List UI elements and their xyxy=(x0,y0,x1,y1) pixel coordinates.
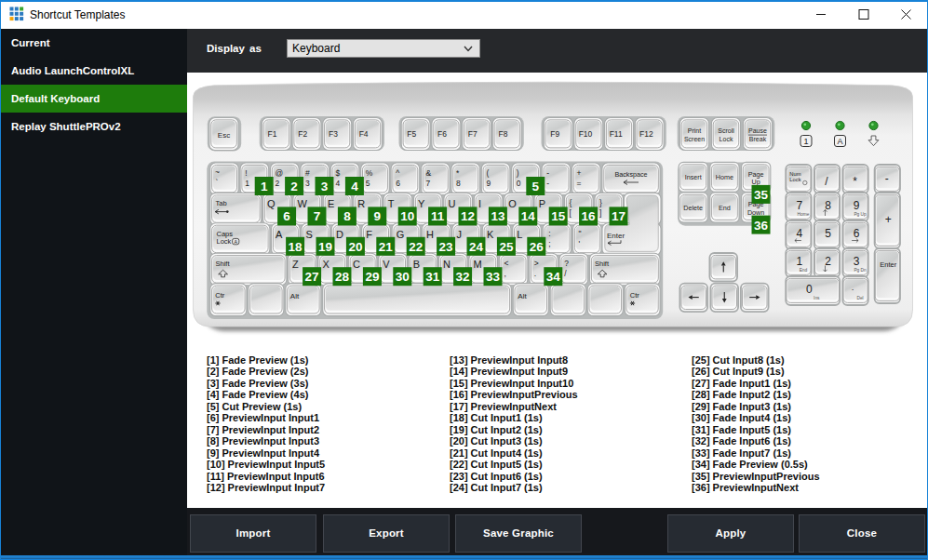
svg-text:Down: Down xyxy=(747,208,764,217)
svg-text:-: - xyxy=(546,179,549,188)
svg-text:5: 5 xyxy=(532,180,540,193)
svg-text:>: > xyxy=(534,259,539,268)
svg-text:7: 7 xyxy=(426,179,431,188)
svg-text:33: 33 xyxy=(486,270,501,284)
svg-text:Ins: Ins xyxy=(814,296,820,300)
svg-text:24: 24 xyxy=(469,240,484,254)
svg-text:A: A xyxy=(837,137,842,146)
svg-text:F1: F1 xyxy=(268,129,277,139)
svg-text:(: ( xyxy=(486,168,489,178)
svg-text:<: < xyxy=(504,259,508,268)
svg-text:3: 3 xyxy=(305,179,310,188)
svg-text:F10: F10 xyxy=(579,129,593,139)
svg-text:F8: F8 xyxy=(498,129,507,139)
svg-text:Shift: Shift xyxy=(216,260,231,268)
svg-text:A: A xyxy=(276,229,283,240)
svg-text:F6: F6 xyxy=(437,129,447,139)
svg-text:G: G xyxy=(397,229,405,240)
svg-text:Num: Num xyxy=(789,171,800,177)
svg-text:9: 9 xyxy=(854,199,860,212)
svg-text:2: 2 xyxy=(825,255,831,268)
svg-text:L: L xyxy=(517,229,522,240)
svg-text:M: M xyxy=(474,259,482,270)
svg-text:34: 34 xyxy=(546,270,561,284)
svg-text:V: V xyxy=(383,259,390,270)
svg-text:Screen: Screen xyxy=(684,136,705,142)
svg-text:Del: Del xyxy=(856,296,863,300)
svg-text:Enter: Enter xyxy=(607,232,625,240)
svg-text:9: 9 xyxy=(374,209,382,223)
svg-text:F12: F12 xyxy=(639,129,653,139)
svg-text:4: 4 xyxy=(351,180,358,193)
svg-text:^: ^ xyxy=(396,168,399,178)
svg-text:2: 2 xyxy=(276,179,280,188)
svg-text:N: N xyxy=(443,259,451,270)
svg-text:$: $ xyxy=(335,168,340,178)
svg-text:16: 16 xyxy=(582,209,597,223)
svg-text:R: R xyxy=(357,198,365,209)
svg-text:.: . xyxy=(852,282,854,292)
svg-text:K: K xyxy=(487,229,494,240)
svg-text:#: # xyxy=(305,168,310,178)
svg-text:14: 14 xyxy=(521,209,536,223)
svg-text:28: 28 xyxy=(335,270,350,284)
svg-text:O: O xyxy=(508,198,517,209)
svg-text:8: 8 xyxy=(825,199,831,212)
svg-text:4: 4 xyxy=(797,227,803,240)
svg-text:P: P xyxy=(539,198,545,209)
svg-text:29: 29 xyxy=(365,270,379,284)
svg-text:Scroll: Scroll xyxy=(718,127,734,134)
svg-text:Tab: Tab xyxy=(216,199,227,207)
svg-text:9: 9 xyxy=(486,179,491,188)
svg-text:5: 5 xyxy=(825,227,831,240)
svg-text:Alt: Alt xyxy=(290,292,300,300)
svg-text:?: ? xyxy=(564,259,569,268)
svg-text:31: 31 xyxy=(425,270,440,284)
svg-text:=: = xyxy=(577,179,582,188)
svg-text:F5: F5 xyxy=(407,129,416,139)
svg-text:5: 5 xyxy=(366,179,370,188)
svg-text:Lock: Lock xyxy=(720,136,733,142)
svg-text:`: ` xyxy=(216,178,219,187)
svg-text:15: 15 xyxy=(551,209,566,223)
svg-text:-: - xyxy=(885,172,889,185)
svg-text:1: 1 xyxy=(803,137,808,146)
svg-text:Delete: Delete xyxy=(683,204,703,212)
svg-text:1: 1 xyxy=(797,255,803,268)
svg-text:,: , xyxy=(504,269,505,278)
svg-text:End: End xyxy=(800,268,808,273)
svg-text:0: 0 xyxy=(517,179,521,188)
svg-text:Lock: Lock xyxy=(217,237,232,246)
svg-text:19: 19 xyxy=(318,240,332,254)
svg-text:F11: F11 xyxy=(610,129,623,139)
svg-text:Print: Print xyxy=(688,127,701,134)
svg-text:Insert: Insert xyxy=(685,173,702,181)
svg-text:W: W xyxy=(298,198,308,209)
svg-text:I: I xyxy=(478,198,481,209)
svg-text:12: 12 xyxy=(461,209,475,223)
svg-text:%: % xyxy=(366,168,373,178)
svg-text:6: 6 xyxy=(396,179,400,188)
svg-text:H: H xyxy=(426,229,434,240)
svg-text:U: U xyxy=(449,198,456,209)
svg-text:Home: Home xyxy=(798,212,810,217)
svg-text:+: + xyxy=(577,168,582,178)
svg-text:7: 7 xyxy=(314,209,321,223)
svg-text:30: 30 xyxy=(396,270,410,284)
svg-text:36: 36 xyxy=(754,219,769,233)
svg-text:A: A xyxy=(234,239,237,245)
svg-text:3: 3 xyxy=(854,255,860,268)
svg-text:11: 11 xyxy=(431,209,445,223)
svg-text:27: 27 xyxy=(305,270,319,284)
svg-text:Ctr: Ctr xyxy=(630,291,640,300)
svg-text:Pause: Pause xyxy=(748,127,767,134)
svg-text:13: 13 xyxy=(491,209,505,223)
svg-text:S: S xyxy=(306,229,313,240)
svg-text:8: 8 xyxy=(456,179,461,188)
svg-text:Y: Y xyxy=(418,198,425,209)
svg-text:Lock: Lock xyxy=(789,177,800,182)
svg-text:": " xyxy=(579,229,582,238)
svg-text:J: J xyxy=(457,229,463,240)
svg-text:1: 1 xyxy=(245,179,249,188)
svg-text:18: 18 xyxy=(289,240,303,254)
